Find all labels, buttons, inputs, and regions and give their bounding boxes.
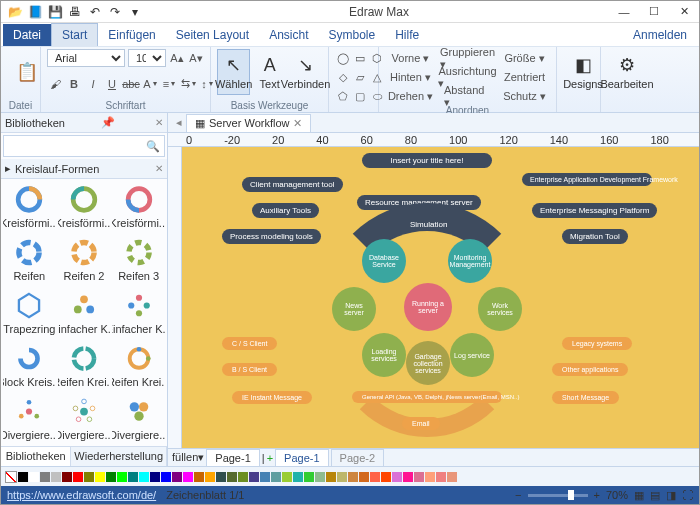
qat-dropdown-icon[interactable]: ▾ — [127, 4, 143, 20]
color-swatch[interactable] — [62, 472, 72, 482]
minimize-button[interactable]: — — [609, 1, 639, 23]
select-tool-button[interactable]: ↖Wählen — [217, 49, 250, 95]
color-swatch[interactable] — [425, 472, 435, 482]
shape-thumbnail[interactable]: Divergiere... — [58, 393, 111, 444]
shape-thumbnail[interactable]: Reifen 2 — [58, 234, 111, 285]
search-input[interactable] — [8, 140, 146, 152]
color-swatch[interactable] — [227, 472, 237, 482]
shrink-font-button[interactable]: A▾ — [188, 49, 204, 67]
color-swatch[interactable] — [183, 472, 193, 482]
tab-libraries[interactable]: Bibliotheken — [1, 447, 71, 466]
color-swatch[interactable] — [117, 472, 127, 482]
color-swatch[interactable] — [337, 472, 347, 482]
color-swatch[interactable] — [73, 472, 83, 482]
shape-thumbnail[interactable]: Reifen Krei... — [58, 340, 111, 391]
panel-close-icon[interactable]: ✕ — [155, 117, 163, 128]
grow-font-button[interactable]: A▴ — [169, 49, 185, 67]
color-swatch[interactable] — [381, 472, 391, 482]
shape-category-header[interactable]: ▸Kreislauf-Formen ✕ — [1, 159, 167, 179]
color-swatch[interactable] — [139, 472, 149, 482]
shape-thumbnail[interactable]: Divergiere... — [3, 393, 56, 444]
node-pill[interactable]: B / S Client — [222, 363, 277, 376]
tab-help[interactable]: Hilfe — [385, 24, 429, 46]
document-tab[interactable]: ▦ Server Workflow ✕ — [186, 114, 311, 132]
shape-rect-button[interactable]: ▭ — [352, 49, 368, 67]
color-swatch[interactable] — [447, 472, 457, 482]
color-swatch[interactable] — [403, 472, 413, 482]
color-swatch[interactable] — [150, 472, 160, 482]
node-pill[interactable]: Email — [402, 417, 440, 430]
diagram-title[interactable]: Insert your title here! — [362, 153, 492, 168]
view-mode-icon[interactable]: ▤ — [650, 489, 660, 502]
category-close-icon[interactable]: ✕ — [155, 163, 163, 174]
add-page-button[interactable]: + — [267, 452, 273, 464]
color-swatch[interactable] — [128, 472, 138, 482]
zoom-slider[interactable] — [528, 494, 588, 497]
color-swatch[interactable] — [161, 472, 171, 482]
file-menu[interactable]: Datei — [3, 24, 51, 46]
node-pill[interactable]: Other applications — [552, 363, 628, 376]
print-icon[interactable]: 🖶 — [67, 4, 83, 20]
shape-thumbnail[interactable]: Reifen — [3, 234, 56, 285]
redo-icon[interactable]: ↷ — [107, 4, 123, 20]
color-swatch[interactable] — [18, 472, 28, 482]
format-painter-button[interactable]: 🖌 — [47, 75, 63, 93]
color-swatch[interactable] — [249, 472, 259, 482]
color-swatch[interactable] — [51, 472, 61, 482]
align-button[interactable]: ⇆ — [180, 75, 196, 93]
node[interactable]: Client management tool — [242, 177, 343, 192]
shape-pent-button[interactable]: ⬠ — [335, 87, 351, 105]
node-pill[interactable]: C / S Client — [222, 337, 277, 350]
tab-recovery[interactable]: Wiederherstellung — [71, 447, 167, 466]
node-pill[interactable]: Legacy systems — [562, 337, 632, 350]
tab-start[interactable]: Start — [51, 23, 98, 46]
color-swatch[interactable] — [359, 472, 369, 482]
bullets-button[interactable]: ≡ — [161, 75, 177, 93]
panel-pin-icon[interactable]: 📌 — [101, 116, 115, 129]
color-swatch[interactable] — [216, 472, 226, 482]
tab-pagelayout[interactable]: Seiten Layout — [166, 24, 259, 46]
shape-diamond-button[interactable]: ◇ — [335, 68, 351, 86]
undo-icon[interactable]: ↶ — [87, 4, 103, 20]
size-button[interactable]: Größe ▾ — [499, 49, 550, 67]
font-color-button[interactable]: A — [142, 75, 158, 93]
color-swatch[interactable] — [205, 472, 215, 482]
color-swatch[interactable] — [304, 472, 314, 482]
bring-front-button[interactable]: Vorne ▾ — [385, 49, 436, 67]
font-size-select[interactable]: 10 — [128, 49, 166, 67]
node-pill[interactable]: IE Instant Message — [232, 391, 312, 404]
node-pill[interactable]: Short Message — [552, 391, 619, 404]
color-swatch[interactable] — [436, 472, 446, 482]
shape-thumbnail[interactable]: Reifen 3 — [112, 234, 165, 285]
page-tab-2[interactable]: Page-2 — [331, 449, 384, 467]
tab-view[interactable]: Ansicht — [259, 24, 318, 46]
shape-para-button[interactable]: ▱ — [352, 68, 368, 86]
color-swatch[interactable] — [315, 472, 325, 482]
maximize-button[interactable]: ☐ — [639, 1, 669, 23]
shape-thumbnail[interactable]: Block Kreis... — [3, 340, 56, 391]
zoom-in-button[interactable]: + — [594, 489, 600, 501]
shape-thumbnail[interactable]: Einfacher K... — [112, 287, 165, 338]
shape-thumbnail[interactable]: Divergiere... — [112, 393, 165, 444]
color-swatch[interactable] — [392, 472, 402, 482]
shape-thumbnail[interactable]: Kreisförmi... — [3, 181, 56, 232]
shape-thumbnail[interactable]: Kreisförmi... — [58, 181, 111, 232]
tab-close-icon[interactable]: ✕ — [293, 117, 302, 130]
page-tab-1b[interactable]: Page-1 — [275, 449, 328, 467]
color-swatch[interactable] — [40, 472, 50, 482]
node[interactable]: Process modeling tools — [222, 229, 321, 244]
node[interactable]: Migration Tool — [562, 229, 628, 244]
distribute-button[interactable]: Abstand ▾ — [442, 87, 493, 105]
send-back-button[interactable]: Hinten ▾ — [385, 68, 436, 86]
zoom-out-button[interactable]: − — [515, 489, 521, 501]
no-fill-swatch[interactable] — [5, 471, 17, 483]
view-mode-icon[interactable]: ◨ — [666, 489, 676, 502]
save-icon[interactable]: 💾 — [47, 4, 63, 20]
tab-symbols[interactable]: Symbole — [318, 24, 385, 46]
tab-insert[interactable]: Einfügen — [98, 24, 165, 46]
italic-button[interactable]: I — [85, 75, 101, 93]
page-tab-1[interactable]: Page-1 — [206, 449, 259, 467]
protect-button[interactable]: Schutz ▾ — [499, 87, 550, 105]
node[interactable]: Enterprise Messaging Platform — [532, 203, 657, 218]
color-swatch[interactable] — [348, 472, 358, 482]
